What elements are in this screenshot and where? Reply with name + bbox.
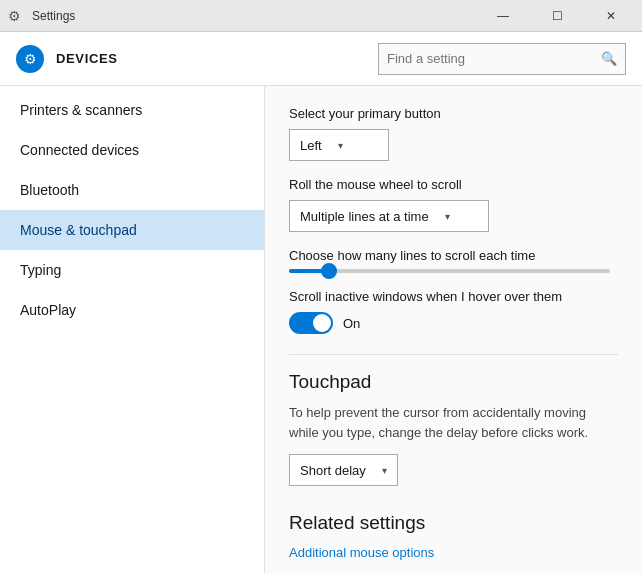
touchpad-desc: To help prevent the cursor from accident… <box>289 403 618 442</box>
layout: Printers & scanners Connected devices Bl… <box>0 86 642 573</box>
minimize-button[interactable]: — <box>480 0 526 32</box>
window-controls: — ☐ ✕ <box>480 0 634 32</box>
primary-button-dropdown[interactable]: Left ▾ <box>289 129 389 161</box>
divider <box>289 354 618 355</box>
roll-dropdown[interactable]: Multiple lines at a time ▾ <box>289 200 489 232</box>
sidebar-label-typing: Typing <box>20 262 61 278</box>
roll-label: Roll the mouse wheel to scroll <box>289 177 618 192</box>
sidebar-item-autoplay[interactable]: AutoPlay <box>0 290 264 330</box>
scroll-lines-slider[interactable] <box>289 269 618 273</box>
scroll-inactive-toggle[interactable] <box>289 312 333 334</box>
sidebar-item-mouse[interactable]: Mouse & touchpad <box>0 210 264 250</box>
search-icon: 🔍 <box>601 51 617 66</box>
title-bar: ⚙ Settings — ☐ ✕ <box>0 0 642 32</box>
slider-track <box>289 269 610 273</box>
additional-mouse-options-link[interactable]: Additional mouse options <box>289 545 434 560</box>
title-bar-label: Settings <box>32 9 480 23</box>
header: ⚙ DEVICES 🔍 <box>0 32 642 86</box>
roll-value: Multiple lines at a time <box>300 209 429 224</box>
delay-dropdown[interactable]: Short delay ▾ <box>289 454 398 486</box>
delay-arrow: ▾ <box>382 465 387 476</box>
delay-value: Short delay <box>300 463 366 478</box>
sidebar: Printers & scanners Connected devices Bl… <box>0 86 265 573</box>
maximize-button[interactable]: ☐ <box>534 0 580 32</box>
slider-thumb[interactable] <box>321 263 337 279</box>
lines-label: Choose how many lines to scroll each tim… <box>289 248 618 263</box>
sidebar-label-autoplay: AutoPlay <box>20 302 76 318</box>
sidebar-item-connected[interactable]: Connected devices <box>0 130 264 170</box>
toggle-knob <box>313 314 331 332</box>
sidebar-label-bluetooth: Bluetooth <box>20 182 79 198</box>
roll-arrow: ▾ <box>445 211 450 222</box>
sidebar-item-bluetooth[interactable]: Bluetooth <box>0 170 264 210</box>
close-button[interactable]: ✕ <box>588 0 634 32</box>
primary-button-label: Select your primary button <box>289 106 618 121</box>
search-box[interactable]: 🔍 <box>378 43 626 75</box>
toggle-on-label: On <box>343 316 360 331</box>
primary-button-arrow: ▾ <box>338 140 343 151</box>
search-input[interactable] <box>387 51 601 66</box>
primary-button-value: Left <box>300 138 322 153</box>
sidebar-item-printers[interactable]: Printers & scanners <box>0 90 264 130</box>
devices-icon: ⚙ <box>16 45 44 73</box>
main-content: Select your primary button Left ▾ Roll t… <box>265 86 642 573</box>
inactive-windows-label: Scroll inactive windows when I hover ove… <box>289 289 618 304</box>
settings-icon: ⚙ <box>8 8 24 24</box>
sidebar-label-mouse: Mouse & touchpad <box>20 222 137 238</box>
page-title: DEVICES <box>56 51 378 66</box>
toggle-row: On <box>289 312 618 334</box>
sidebar-label-connected: Connected devices <box>20 142 139 158</box>
related-title: Related settings <box>289 512 618 534</box>
sidebar-label-printers: Printers & scanners <box>20 102 142 118</box>
touchpad-title: Touchpad <box>289 371 618 393</box>
sidebar-item-typing[interactable]: Typing <box>0 250 264 290</box>
